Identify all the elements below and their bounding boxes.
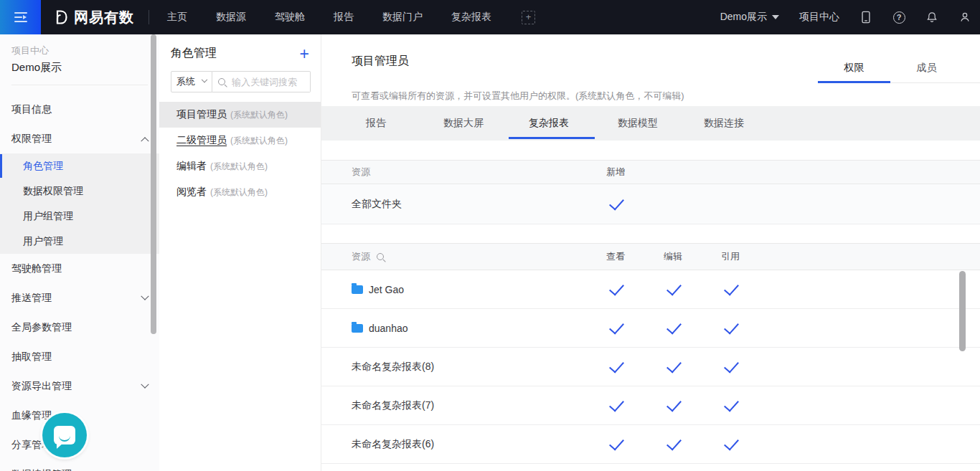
resource-label: 未命名复杂报表(7): [352, 399, 434, 412]
project-center-link[interactable]: 项目中心: [799, 11, 839, 24]
notifications-button[interactable]: [925, 11, 938, 24]
role-tag: (系统默认角色): [230, 135, 288, 147]
chevron-down-icon: [141, 380, 149, 388]
view-permission-check[interactable]: [609, 280, 624, 295]
sidebar-item-extract-mgmt[interactable]: 抽取管理: [0, 342, 159, 371]
table-scrollbar-thumb[interactable]: [959, 271, 966, 351]
add-role-button[interactable]: +: [300, 47, 309, 61]
role-search-input[interactable]: [230, 76, 304, 88]
table-header: 资源 新增: [321, 160, 980, 184]
role-item-secondary-admin[interactable]: 二级管理员 (系统默认角色): [159, 128, 321, 153]
bell-icon: [925, 11, 938, 24]
resource-label: 未命名复杂报表(8): [352, 361, 434, 374]
nav-divider: [149, 10, 149, 24]
sidebar-scrollbar-thumb[interactable]: [151, 34, 156, 334]
role-item-viewer[interactable]: 阅览者 (系统默认角色): [159, 179, 321, 205]
role-tag: (系统默认角色): [210, 161, 268, 173]
project-sidebar: 项目中心 Demo展示 项目信息 权限管理 角色管理 数据权限管理 用户组管理: [0, 34, 160, 471]
reference-permission-check[interactable]: [724, 280, 739, 295]
table-row: 未命名复杂报表(7): [321, 386, 980, 425]
edit-permission-check[interactable]: [666, 280, 682, 295]
chat-bubble-icon: [54, 426, 75, 444]
resource-label: 未命名复杂报表(6): [352, 438, 434, 451]
role-type-select[interactable]: 系统: [171, 71, 212, 92]
sidebar-item-cockpit-mgmt[interactable]: 驾驶舱管理: [0, 254, 159, 283]
resource-tab-data-connection[interactable]: 数据连接: [704, 106, 744, 141]
resource-tab-report[interactable]: 报告: [366, 106, 386, 141]
add-permission-check[interactable]: [609, 195, 624, 210]
nav-item-cockpit[interactable]: 驾驶舱: [275, 11, 305, 24]
edit-permission-check[interactable]: [666, 396, 682, 411]
reference-permission-check[interactable]: [724, 358, 739, 373]
view-permission-check[interactable]: [609, 358, 624, 373]
resource-tab-data-model[interactable]: 数据模型: [618, 106, 658, 141]
support-chat-button[interactable]: [42, 413, 87, 457]
help-button[interactable]: [892, 11, 905, 24]
top-navbar: 网易有数 主页 数据源 驾驶舱 报告 数据门户 复杂报表 + Demo展示 项目…: [0, 0, 980, 34]
sidebar-item-project-info[interactable]: 项目信息: [0, 95, 159, 124]
resource-permission-table: 资源 查看 编辑 引用 Jet Gao duanhao: [321, 243, 980, 464]
view-column-header: 查看: [606, 250, 626, 263]
hamburger-collapse-icon: [14, 12, 27, 22]
chevron-down-icon: [772, 15, 779, 19]
sidebar-item-user-group-mgmt[interactable]: 用户组管理: [0, 204, 159, 229]
view-permission-check[interactable]: [609, 435, 624, 450]
workspace-switcher[interactable]: Demo展示: [720, 11, 779, 24]
role-item-editor[interactable]: 编辑者 (系统默认角色): [159, 153, 321, 179]
role-item-project-admin[interactable]: 项目管理员 (系统默认角色): [159, 102, 321, 128]
sidebar-item-label: 抽取管理: [11, 351, 52, 363]
menu-toggle-button[interactable]: [0, 0, 41, 34]
sidebar-item-label: 权限管理: [11, 133, 52, 146]
nav-item-portal[interactable]: 数据门户: [382, 11, 423, 24]
edit-permission-check[interactable]: [666, 358, 682, 373]
table-header: 资源 查看 编辑 引用: [321, 243, 980, 270]
sidebar-item-data-permission-mgmt[interactable]: 数据权限管理: [0, 179, 159, 204]
reference-permission-check[interactable]: [724, 396, 739, 411]
sidebar-item-role-mgmt[interactable]: 角色管理: [0, 153, 159, 179]
nav-item-report[interactable]: 报告: [334, 11, 354, 24]
resource-tab-complex-report[interactable]: 复杂报表: [529, 106, 569, 141]
nav-item-home[interactable]: 主页: [167, 11, 187, 24]
sidebar-item-global-param-mgmt[interactable]: 全局参数管理: [0, 313, 159, 342]
nav-item-datasource[interactable]: 数据源: [216, 11, 246, 24]
sidebar-item-label: 血缘管理: [11, 409, 52, 422]
app-screen: 网易有数 主页 数据源 驾驶舱 报告 数据门户 复杂报表 + Demo展示 项目…: [0, 0, 980, 471]
add-column-header: 新增: [606, 166, 626, 179]
view-tabs: 权限 成员: [818, 54, 980, 83]
workspace-name: Demo展示: [720, 11, 767, 24]
sidebar-item-clipped[interactable]: 数据填报管理: [0, 460, 159, 471]
resource-label: Jet Gao: [369, 284, 404, 295]
tab-permissions[interactable]: 权限: [818, 54, 890, 82]
sidebar-item-export-mgmt[interactable]: 资源导出管理: [0, 371, 159, 401]
sidebar-item-label: 数据权限管理: [23, 185, 83, 198]
edit-permission-check[interactable]: [666, 435, 682, 450]
tab-members[interactable]: 成员: [890, 54, 963, 82]
reference-permission-check[interactable]: [724, 319, 739, 334]
roles-filter-bar: 系统: [171, 71, 311, 92]
sidebar-item-user-mgmt[interactable]: 用户管理: [0, 229, 159, 254]
view-permission-check[interactable]: [609, 396, 624, 411]
mobile-device-button[interactable]: [859, 11, 872, 24]
sidebar-item-permission-mgmt[interactable]: 权限管理: [0, 124, 159, 153]
nav-item-complex-report[interactable]: 复杂报表: [451, 11, 491, 24]
view-permission-check[interactable]: [609, 319, 624, 334]
resource-name[interactable]: Jet Gao: [352, 284, 404, 295]
primary-nav: 主页 数据源 驾驶舱 报告 数据门户 复杂报表: [167, 11, 491, 24]
chevron-down-icon: [141, 292, 149, 300]
search-icon[interactable]: [377, 253, 384, 260]
chevron-down-icon: [202, 77, 207, 82]
sidebar-item-push-mgmt[interactable]: 推送管理: [0, 283, 159, 313]
account-button[interactable]: [958, 11, 971, 24]
resource-name[interactable]: duanhao: [352, 323, 408, 334]
brand-logo[interactable]: 网易有数: [52, 8, 134, 27]
sidebar-item-label: 角色管理: [23, 160, 63, 173]
sidebar-section-label: 项目中心: [11, 44, 148, 57]
sidebar-item-label: 数据填报管理: [11, 468, 72, 471]
resource-tab-dashboard[interactable]: 数据大屏: [443, 106, 484, 141]
reference-permission-check[interactable]: [724, 435, 739, 450]
resource-column-header: 资源: [352, 166, 370, 179]
page-title: 项目管理员: [352, 52, 409, 70]
nav-add-module-button[interactable]: +: [522, 11, 535, 24]
edit-permission-check[interactable]: [666, 319, 682, 334]
roles-panel-title: 角色管理: [171, 46, 217, 61]
